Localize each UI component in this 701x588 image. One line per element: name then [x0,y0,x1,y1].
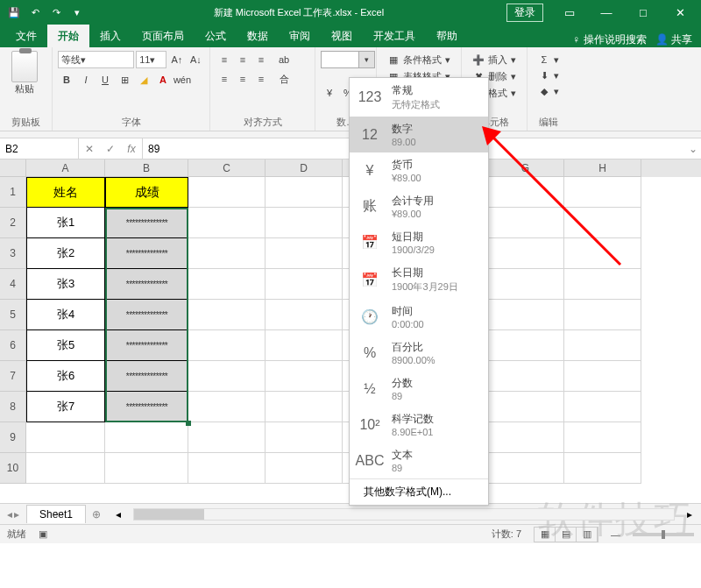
cell[interactable] [564,392,641,422]
scroll-thumb[interactable] [134,509,204,520]
number-format-option[interactable]: 10²科学记数8.90E+01 [350,407,488,443]
cell[interactable]: 张7 [26,392,105,422]
cell[interactable] [564,361,641,392]
shrink-font-icon[interactable]: A↓ [188,51,204,68]
cell[interactable] [564,453,641,484]
cell[interactable] [564,422,641,453]
conditional-format-button[interactable]: ▦条件格式 ▾ [386,53,452,67]
cell[interactable] [266,238,343,269]
cell[interactable]: 张1 [26,208,105,238]
col-header[interactable]: G [487,159,564,177]
cell[interactable] [266,361,343,392]
expand-formula-icon[interactable]: ⌄ [685,143,701,155]
cell[interactable] [266,300,343,330]
number-format-option[interactable]: ½分数89 [350,371,488,407]
paste-button[interactable]: 粘贴 [5,51,44,96]
cell[interactable] [26,422,105,453]
row-header[interactable]: 4 [0,269,26,300]
cell[interactable]: 张6 [26,361,105,392]
col-header[interactable]: H [564,159,641,177]
normal-view-icon[interactable]: ▦ [535,528,556,542]
cell[interactable] [188,177,266,208]
number-format-option[interactable]: 12数字89.00 [350,117,488,152]
cell[interactable] [487,177,564,208]
fill-color-button[interactable]: ◢ [135,71,152,89]
cell[interactable] [487,453,564,484]
cell[interactable]: 张5 [26,330,105,361]
qat-more-icon[interactable]: ▾ [68,4,86,21]
sheet-nav-next[interactable]: ▸ [14,508,19,521]
page-break-icon[interactable]: ▥ [577,528,598,542]
fill-handle[interactable] [186,421,191,426]
cell[interactable]: ************** [105,269,188,300]
zoom-out-button[interactable]: — [611,529,620,540]
clear-button[interactable]: ◆▾ [536,84,561,98]
chevron-down-icon[interactable]: ▾ [358,52,374,67]
save-icon[interactable]: 💾 [5,4,23,21]
horizontal-scrollbar[interactable]: ◂ ▸ [107,508,701,521]
cell[interactable]: 成绩 [105,177,188,208]
tab-formulas[interactable]: 公式 [195,25,237,47]
cell[interactable] [266,392,343,422]
fill-button[interactable]: ⬇▾ [536,68,561,82]
sheet-tab[interactable]: Sheet1 [26,505,86,523]
cell[interactable]: 张3 [26,269,105,300]
close-button[interactable]: ✕ [662,0,697,25]
cell[interactable] [487,300,564,330]
merge-button[interactable]: 合 [275,70,293,88]
cell[interactable] [564,177,641,208]
cell[interactable] [188,300,266,330]
row-header[interactable]: 1 [0,177,26,208]
cell[interactable] [266,269,343,300]
cell[interactable] [188,238,266,269]
italic-button[interactable]: I [77,71,95,89]
cell[interactable] [188,269,266,300]
cell[interactable] [487,330,564,361]
cell[interactable]: ************** [105,238,188,269]
share-button[interactable]: 👤 共享 [655,32,692,47]
bold-button[interactable]: B [58,71,75,89]
cell[interactable] [188,330,266,361]
cell[interactable] [188,361,266,392]
cell[interactable] [487,238,564,269]
cell[interactable]: 张4 [26,300,105,330]
cell[interactable] [26,453,105,484]
cell[interactable]: ************** [105,361,188,392]
select-all-corner[interactable] [0,159,26,177]
add-sheet-button[interactable]: ⊕ [86,508,107,521]
minimize-button[interactable]: — [589,0,624,25]
cell[interactable] [266,422,343,453]
cell[interactable]: 张2 [26,238,105,269]
number-format-option[interactable]: 账会计专用¥89.00 [350,188,488,224]
number-format-option[interactable]: 📅短日期1900/3/29 [350,224,488,260]
cell[interactable] [564,269,641,300]
font-size-combo[interactable]: 11 ▾ [136,51,166,68]
number-format-option[interactable]: ABC文本89 [350,443,488,478]
border-button[interactable]: ⊞ [116,71,133,89]
cell[interactable] [266,453,343,484]
tellme-search[interactable]: ♀ 操作说明搜索 [572,32,646,47]
cancel-icon[interactable]: ✕ [79,138,100,159]
cell[interactable] [105,453,188,484]
number-format-option[interactable]: ¥货币¥89.00 [350,152,488,188]
login-button[interactable]: 登录 [506,4,543,22]
currency-button[interactable]: ¥ [321,84,338,102]
cell[interactable] [564,238,641,269]
fx-icon[interactable]: fx [121,138,142,159]
row-header[interactable]: 6 [0,330,26,361]
ribbon-options-icon[interactable]: ▭ [552,0,587,25]
cell[interactable]: 姓名 [26,177,105,208]
wrap-text-button[interactable]: ab [275,51,293,68]
insert-cells-button[interactable]: ➕插入 ▾ [471,53,518,67]
cell[interactable] [487,422,564,453]
maximize-button[interactable]: □ [626,0,661,25]
tab-data[interactable]: 数据 [237,25,279,47]
font-name-combo[interactable]: 等线 ▾ [58,51,134,68]
col-header[interactable]: D [266,159,343,177]
tab-home[interactable]: 开始 [47,25,89,47]
row-header[interactable]: 7 [0,361,26,392]
more-number-formats[interactable]: 其他数字格式(M)... [350,478,488,505]
phonetic-button[interactable]: wén [173,71,191,89]
cell[interactable] [564,300,641,330]
number-format-option[interactable]: 🕐时间0:00:00 [350,299,488,335]
